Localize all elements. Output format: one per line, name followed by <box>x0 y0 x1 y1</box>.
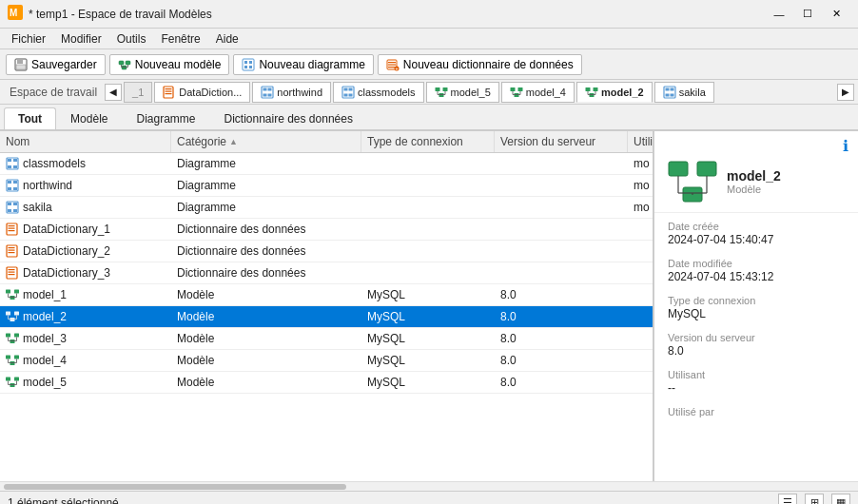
new-dict-button[interactable]: + Nouveau dictionnaire de données <box>378 54 582 75</box>
table-row[interactable]: model_1 Modèle MySQL 8.0 <box>0 284 653 306</box>
svg-rect-81 <box>9 230 15 231</box>
svg-rect-33 <box>344 87 348 90</box>
grid-view-button[interactable]: ⊞ <box>805 494 824 505</box>
window-title: * temp1 - Espace de travail Modèles <box>29 8 765 21</box>
svg-rect-118 <box>6 378 10 381</box>
tab-classmodels[interactable]: classmodels <box>333 82 424 103</box>
model-tab-icon-2 <box>585 86 598 99</box>
cat-tab-modele[interactable]: Modèle <box>56 107 122 129</box>
new-diagram-button[interactable]: Nouveau diagramme <box>233 54 373 75</box>
table-row[interactable]: model_5 Modèle MySQL 8.0 <box>0 372 653 394</box>
tab-back[interactable]: _1 <box>124 82 152 103</box>
tab-sakila[interactable]: sakila <box>654 82 714 103</box>
tab-model5[interactable]: model_5 <box>426 82 499 103</box>
maximize-button[interactable]: ☐ <box>793 1 822 28</box>
menu-modifier[interactable]: Modifier <box>53 30 109 48</box>
col-nom[interactable]: Nom <box>0 131 171 152</box>
date-cree-value: 2024-07-04 15:40:47 <box>668 233 845 246</box>
diag-tab-icon-sakila <box>663 86 676 99</box>
table-row[interactable]: classmodels Diagramme mo <box>0 153 653 175</box>
tab-northwind[interactable]: northwind <box>252 82 331 103</box>
svg-rect-97 <box>6 312 10 316</box>
dict-row-icon <box>6 223 19 236</box>
svg-rect-86 <box>7 267 17 279</box>
table-row[interactable]: DataDictionary_1 Dictionnaire des donnée… <box>0 219 653 241</box>
new-diagram-icon <box>242 58 255 71</box>
diag-tab-icon-northwind <box>261 86 274 99</box>
titlebar: M * temp1 - Espace de travail Modèles — … <box>0 0 858 29</box>
workspace-label: Espace de travail <box>4 86 103 99</box>
conn-label: Type de connexion <box>668 295 845 306</box>
svg-rect-62 <box>670 93 673 96</box>
svg-rect-28 <box>263 87 267 90</box>
svg-rect-12 <box>243 59 254 70</box>
svg-rect-37 <box>435 87 439 91</box>
table-row[interactable]: DataDictionary_3 Dictionnaire des donnée… <box>0 262 653 284</box>
list-view-button[interactable]: ☰ <box>778 494 797 505</box>
col-categorie[interactable]: Catégorie ▲ <box>171 131 361 152</box>
table-row[interactable]: model_4 Modèle MySQL 8.0 <box>0 350 653 372</box>
tab-datadiction[interactable]: DataDiction... <box>154 82 250 103</box>
nav-forward-button[interactable]: ▶ <box>837 84 854 101</box>
svg-rect-76 <box>8 209 11 212</box>
table-header: Nom Catégorie ▲ Type de connexion Versio… <box>0 131 653 153</box>
svg-rect-38 <box>442 87 447 91</box>
svg-rect-90 <box>6 290 10 294</box>
table-row[interactable]: model_3 Modèle MySQL 8.0 <box>0 328 653 350</box>
svg-rect-31 <box>268 93 272 96</box>
svg-rect-74 <box>8 203 11 205</box>
tab-model2[interactable]: model_2 <box>576 82 653 103</box>
detail-date-modif: Date modifiée 2024-07-04 15:43:12 <box>654 250 858 287</box>
cat-tab-diagramme[interactable]: Diagramme <box>122 107 209 129</box>
menu-fichier[interactable]: Fichier <box>4 30 53 48</box>
diag-row-icon <box>6 157 19 170</box>
cat-tab-tout[interactable]: Tout <box>4 107 56 129</box>
table-row[interactable]: sakila Diagramme mo <box>0 197 653 219</box>
app-icon: M <box>8 5 23 23</box>
svg-text:M: M <box>10 8 17 18</box>
tab-model4[interactable]: model_4 <box>501 82 575 103</box>
diag-row-icon <box>6 201 19 214</box>
model-preview: model_2 Modèle <box>654 155 858 213</box>
model-tab-icon-5 <box>435 86 448 99</box>
detail-model-name: model_2 <box>727 168 781 184</box>
menu-aide[interactable]: Aide <box>208 30 246 48</box>
menu-outils[interactable]: Outils <box>109 30 154 48</box>
minimize-button[interactable]: — <box>765 1 793 28</box>
horizontal-scrollbar[interactable] <box>4 484 346 490</box>
version-value: 8.0 <box>668 344 845 358</box>
svg-rect-89 <box>9 274 15 275</box>
new-dict-icon: + <box>386 58 400 71</box>
svg-rect-30 <box>263 93 267 96</box>
model-row-icon-selected <box>6 310 19 323</box>
sort-icon: ▲ <box>229 137 238 146</box>
model-tab-icon-4 <box>510 86 523 99</box>
table-row-selected[interactable]: model_2 Modèle MySQL 8.0 <box>0 306 653 328</box>
cat-tab-dict[interactable]: Dictionnaire des données <box>209 107 366 129</box>
diag-tab-icon-classmodels <box>341 86 355 99</box>
menu-fenetre[interactable]: Fenêtre <box>153 30 207 48</box>
detail-date-cree: Date créée 2024-07-04 15:40:47 <box>654 213 858 250</box>
col-version-serveur[interactable]: Version du serveur <box>495 131 628 152</box>
svg-rect-25 <box>166 90 172 91</box>
using-label: Utilisant <box>668 369 845 380</box>
col-type-connexion[interactable]: Type de connexion <box>361 131 495 152</box>
tile-view-button[interactable]: ▦ <box>831 494 850 505</box>
table-row[interactable]: northwind Diagramme mo <box>0 175 653 197</box>
svg-rect-45 <box>517 87 522 91</box>
new-model-icon <box>118 58 131 71</box>
save-button[interactable]: Sauvegarder <box>6 54 106 75</box>
svg-rect-24 <box>166 88 172 89</box>
svg-rect-16 <box>249 66 252 68</box>
table-area: Nom Catégorie ▲ Type de connexion Versio… <box>0 131 653 481</box>
col-utili[interactable]: Utili <box>628 131 653 152</box>
new-model-button[interactable]: Nouveau modèle <box>109 54 230 75</box>
nav-back-button[interactable]: ◀ <box>105 84 122 101</box>
svg-rect-64 <box>8 159 11 162</box>
svg-rect-84 <box>9 250 15 251</box>
table-row[interactable]: DataDictionary_2 Dictionnaire des donnée… <box>0 241 653 262</box>
category-tabs: Tout Modèle Diagramme Dictionnaire des d… <box>0 105 858 131</box>
close-button[interactable]: ✕ <box>822 1 850 28</box>
svg-rect-23 <box>164 87 173 98</box>
svg-rect-7 <box>122 66 127 69</box>
